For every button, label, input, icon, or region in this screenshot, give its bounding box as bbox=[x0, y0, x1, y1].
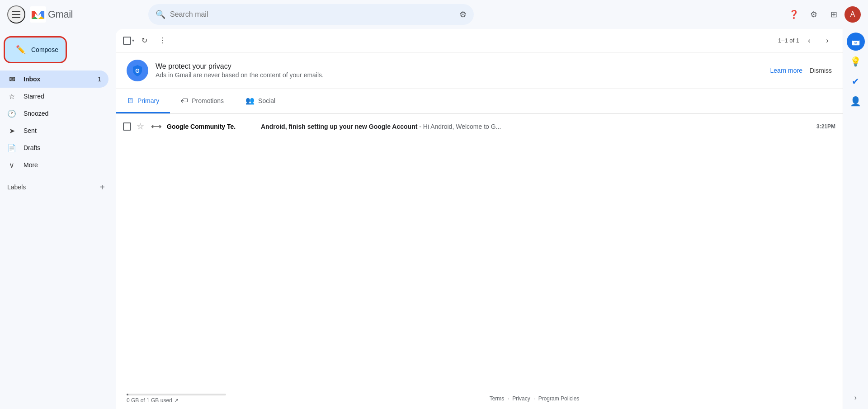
apps-button[interactable]: ⊞ bbox=[825, 5, 843, 24]
tab-primary[interactable]: 🖥 Primary bbox=[116, 89, 170, 113]
topbar-right: ❓ ⚙ ⊞ A bbox=[785, 5, 861, 24]
hamburger-menu-button[interactable] bbox=[7, 5, 25, 24]
privacy-text-block: We protect your privacy Ads in Gmail are… bbox=[156, 62, 763, 79]
footer-links: Terms · Privacy · Program Policies bbox=[237, 395, 832, 402]
privacy-link[interactable]: Privacy bbox=[512, 395, 530, 402]
contacts-icon[interactable]: 👤 bbox=[847, 92, 865, 110]
starred-icon: ☆ bbox=[7, 92, 16, 101]
select-dropdown-chevron-icon[interactable]: ▾ bbox=[132, 38, 134, 43]
sidebar-item-starred[interactable]: ☆ Starred bbox=[0, 88, 108, 105]
select-all-checkbox-area[interactable]: ▾ bbox=[123, 37, 134, 45]
storage-bar-fill bbox=[127, 394, 128, 395]
footer-separator-2: · bbox=[533, 395, 537, 402]
tab-social[interactable]: 👥 Social bbox=[235, 89, 286, 113]
email-time: 3:21PM bbox=[816, 123, 835, 130]
inbox-badge: 1 bbox=[98, 75, 101, 83]
tab-promotions[interactable]: 🏷 Promotions bbox=[170, 89, 235, 113]
gmail-logo-text: Gmail bbox=[48, 9, 73, 20]
toolbar-right: 1–1 of 1 ‹ › bbox=[778, 33, 835, 49]
gmail-m-icon bbox=[30, 6, 46, 23]
topbar: Gmail 🔍 ⚙ ❓ ⚙ ⊞ A bbox=[0, 0, 868, 29]
email-tabs: 🖥 Primary 🏷 Promotions 👥 Social bbox=[116, 89, 843, 114]
email-subject-preview: Android, finish setting up your new Goog… bbox=[261, 123, 809, 130]
email-preview: - Hi Android, Welcome to G... bbox=[417, 123, 501, 130]
sidebar-item-snoozed[interactable]: 🕐 Snoozed bbox=[0, 105, 108, 122]
inbox-icon: ✉ bbox=[7, 75, 16, 84]
help-button[interactable]: ❓ bbox=[785, 5, 803, 24]
prev-page-button[interactable]: ‹ bbox=[801, 33, 817, 49]
labels-title: Labels bbox=[7, 183, 26, 191]
search-bar[interactable]: 🔍 ⚙ bbox=[148, 4, 474, 25]
storage-text: 0 GB of 1 GB used ↗ bbox=[127, 397, 226, 404]
svg-text:31: 31 bbox=[854, 42, 858, 45]
sidebar-item-inbox-label: Inbox bbox=[24, 75, 90, 83]
sidebar-item-sent[interactable]: ➤ Sent bbox=[0, 122, 108, 139]
storage-external-link-icon[interactable]: ↗ bbox=[174, 397, 179, 404]
settings-button[interactable]: ⚙ bbox=[805, 5, 823, 24]
compose-label: Compose bbox=[31, 46, 58, 53]
tag-icon: ⟷ bbox=[151, 122, 161, 131]
storage-container: 0 GB of 1 GB used ↗ bbox=[127, 394, 226, 404]
tasks-icon[interactable]: ✔ bbox=[847, 72, 865, 90]
sidebar: ✏️ Compose ✉ Inbox 1 ☆ Starred 🕐 Snoozed… bbox=[0, 29, 116, 409]
snoozed-icon: 🕐 bbox=[7, 109, 16, 118]
sidebar-item-more-label: More bbox=[24, 161, 101, 169]
sidebar-item-sent-label: Sent bbox=[24, 127, 101, 134]
gmail-logo: Gmail bbox=[30, 6, 73, 23]
terms-link[interactable]: Terms bbox=[490, 395, 505, 402]
star-icon[interactable]: ☆ bbox=[137, 122, 144, 132]
storage-used-label: 0 GB of 1 GB used bbox=[127, 397, 172, 404]
sidebar-item-more[interactable]: ∨ More bbox=[0, 156, 108, 174]
social-tab-icon: 👥 bbox=[245, 96, 255, 105]
email-toolbar: ▾ ↻ ⋮ 1–1 of 1 ‹ › bbox=[116, 29, 843, 52]
keep-icon[interactable]: 💡 bbox=[847, 52, 865, 71]
email-row-checkbox[interactable] bbox=[123, 122, 131, 131]
expand-panel-icon[interactable]: › bbox=[851, 390, 860, 405]
right-panel: 31 💡 ✔ 👤 › bbox=[843, 29, 868, 409]
footer-separator-1: · bbox=[508, 395, 511, 402]
calendar-icon[interactable]: 31 bbox=[847, 33, 865, 51]
privacy-banner: G We protect your privacy Ads in Gmail a… bbox=[116, 52, 843, 89]
refresh-button[interactable]: ↻ bbox=[136, 33, 152, 49]
compose-button[interactable]: ✏️ Compose bbox=[4, 36, 67, 63]
sidebar-item-drafts[interactable]: 📄 Drafts bbox=[0, 139, 108, 156]
sidebar-item-inbox[interactable]: ✉ Inbox 1 bbox=[0, 71, 108, 88]
dismiss-button[interactable]: Dismiss bbox=[810, 67, 832, 74]
content-area: ▾ ↻ ⋮ 1–1 of 1 ‹ › G We protect your pri… bbox=[116, 29, 843, 409]
labels-add-button[interactable]: + bbox=[96, 181, 108, 193]
tab-social-label: Social bbox=[258, 97, 275, 104]
drafts-icon: 📄 bbox=[7, 144, 16, 152]
primary-tab-icon: 🖥 bbox=[127, 97, 134, 105]
labels-section-header: Labels + bbox=[0, 177, 116, 197]
svg-rect-11 bbox=[852, 38, 860, 41]
main-layout: ✏️ Compose ✉ Inbox 1 ☆ Starred 🕐 Snoozed… bbox=[0, 29, 868, 409]
search-icon: 🔍 bbox=[156, 9, 165, 19]
sidebar-item-drafts-label: Drafts bbox=[24, 144, 101, 151]
select-all-checkbox[interactable] bbox=[123, 37, 131, 45]
program-policies-link[interactable]: Program Policies bbox=[538, 395, 580, 402]
learn-more-button[interactable]: Learn more bbox=[770, 67, 802, 74]
sent-icon: ➤ bbox=[7, 127, 16, 135]
search-input[interactable] bbox=[170, 10, 455, 19]
email-sender: Google Community Te. bbox=[167, 123, 257, 130]
sidebar-item-starred-label: Starred bbox=[24, 93, 101, 100]
privacy-actions: Learn more Dismiss bbox=[770, 67, 832, 74]
tab-promotions-label: Promotions bbox=[192, 97, 224, 104]
google-shield-logo: G bbox=[127, 60, 148, 81]
email-list: ☆ ⟷ Google Community Te. Android, finish… bbox=[116, 114, 843, 388]
next-page-button[interactable]: › bbox=[819, 33, 835, 49]
privacy-title: We protect your privacy bbox=[156, 62, 763, 71]
pagination-info: 1–1 of 1 bbox=[778, 37, 799, 44]
privacy-subtitle: Ads in Gmail are never based on the cont… bbox=[156, 71, 763, 79]
account-avatar[interactable]: A bbox=[844, 6, 861, 23]
shield-icon: G bbox=[131, 64, 144, 77]
search-options-icon[interactable]: ⚙ bbox=[459, 9, 467, 19]
table-row[interactable]: ☆ ⟷ Google Community Te. Android, finish… bbox=[116, 114, 843, 139]
right-panel-bottom: › bbox=[851, 390, 860, 405]
more-options-button[interactable]: ⋮ bbox=[154, 33, 170, 49]
compose-pencil-icon: ✏️ bbox=[16, 45, 26, 55]
toolbar-left: ▾ ↻ ⋮ bbox=[123, 33, 776, 49]
topbar-left: Gmail bbox=[7, 5, 143, 24]
sidebar-item-snoozed-label: Snoozed bbox=[24, 110, 101, 117]
more-chevron-icon: ∨ bbox=[7, 161, 16, 169]
